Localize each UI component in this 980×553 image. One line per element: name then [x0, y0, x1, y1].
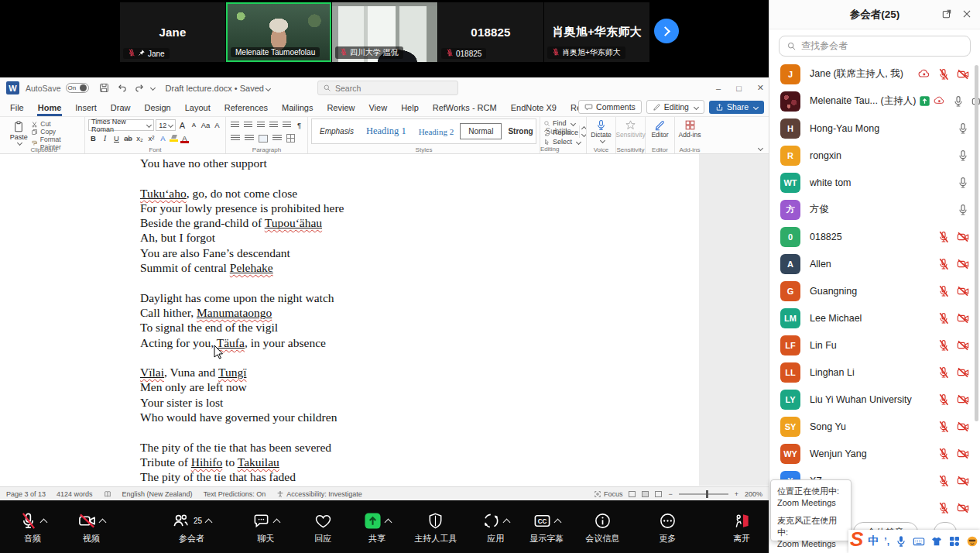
close-button[interactable]: ✕ — [757, 83, 764, 93]
video-tile-sichuan[interactable]: 四川大学 温侃 — [332, 2, 437, 62]
apps-button[interactable]: 应用 — [478, 511, 512, 544]
word-menu-tab[interactable]: Home — [31, 100, 69, 115]
ime-punctuation-toggle[interactable]: ’, — [884, 536, 889, 547]
word-menu-tab[interactable]: Help — [394, 100, 426, 115]
participant-row[interactable]: LL Linghan Li — [769, 359, 980, 386]
chevron-down-icon[interactable] — [266, 86, 271, 91]
participant-row[interactable]: 方 方俊 — [769, 196, 980, 223]
chevron-up-icon[interactable] — [502, 518, 510, 526]
host-tools-button[interactable]: 主持人工具 — [414, 511, 457, 544]
numbering-button[interactable] — [244, 122, 252, 129]
font-size-select[interactable]: 12 — [156, 119, 176, 131]
comments-button[interactable]: Comments — [578, 100, 642, 114]
redo-icon[interactable] — [134, 82, 146, 94]
underline-button[interactable]: U — [111, 134, 122, 143]
participant-row[interactable]: LF Lin Fu — [769, 331, 980, 359]
popout-icon[interactable] — [941, 9, 952, 19]
document-content[interactable]: You have no other support Tuku‘aho, go, … — [140, 156, 344, 486]
superscript-button[interactable]: x² — [146, 134, 156, 143]
leave-button[interactable]: 离开 — [725, 511, 759, 544]
participants-search-input[interactable]: 查找参会者 — [779, 36, 971, 57]
style-heading2[interactable]: Heading 2 — [413, 125, 461, 138]
change-case-button[interactable]: Aa — [200, 121, 211, 129]
maximize-button[interactable]: □ — [736, 84, 742, 93]
zoom-slider-thumb[interactable] — [706, 490, 708, 498]
collapse-ribbon-chevron[interactable] — [758, 146, 763, 151]
focus-button[interactable]: Focus — [594, 490, 623, 498]
word-menu-tab[interactable]: References — [218, 100, 275, 115]
video-button[interactable]: 视频 — [74, 511, 108, 544]
highlight-button[interactable] — [170, 135, 178, 142]
justify-button[interactable] — [259, 135, 268, 143]
word-menu-tab[interactable]: Insert — [68, 100, 104, 115]
word-menu-tab[interactable]: EndNote X9 — [504, 100, 564, 115]
participant-row[interactable]: G Guangning — [769, 277, 980, 304]
zoom-in-button[interactable]: + — [735, 490, 738, 498]
zoom-out-button[interactable]: − — [668, 490, 672, 498]
video-tile-jane[interactable]: Jane Jane — [120, 2, 225, 62]
editor-button[interactable]: Editor — [651, 131, 668, 139]
word-menu-tab[interactable]: Layout — [178, 100, 218, 115]
word-count[interactable]: 4124 words — [57, 490, 93, 498]
zoom-slider[interactable] — [679, 493, 728, 495]
find-button[interactable]: Find — [543, 118, 583, 128]
sensitivity-icon[interactable] — [625, 119, 636, 131]
chevron-up-icon[interactable] — [384, 518, 392, 526]
reactions-button[interactable]: 回应 — [306, 511, 340, 544]
cut-button[interactable]: Cut — [31, 120, 81, 128]
participant-row[interactable]: WT white tom — [769, 169, 980, 196]
chevron-up-icon[interactable] — [205, 518, 213, 526]
participant-row[interactable]: 0 018825 — [769, 223, 980, 250]
meeting-info-button[interactable]: 会议信息 — [585, 511, 619, 544]
multilevel-list-button[interactable] — [257, 122, 266, 129]
word-menu-tab[interactable]: View — [362, 100, 394, 115]
bullets-button[interactable] — [231, 122, 239, 129]
more-button[interactable]: 更多 — [650, 511, 684, 544]
autosave-toggle[interactable]: On — [66, 83, 89, 93]
video-tile-018825[interactable]: 018825 018825 — [438, 2, 543, 62]
borders-button[interactable] — [286, 134, 295, 143]
participant-row[interactable]: R rongxin — [769, 142, 980, 169]
addins-grid-icon[interactable] — [684, 119, 696, 131]
chevron-down-icon[interactable] — [150, 85, 156, 91]
text-predictions[interactable]: Text Predictions: On — [204, 490, 266, 498]
participant-row[interactable]: WY Wenjun Yang — [769, 440, 980, 467]
read-mode-button[interactable] — [629, 491, 636, 497]
word-menu-tab[interactable]: File — [3, 100, 31, 115]
align-center-button[interactable] — [245, 135, 254, 143]
accessibility-status[interactable]: Accessibility: Investigate — [276, 490, 362, 498]
video-tile-xiaoaoxu[interactable]: 肖奥旭+华东师大 肖奥旭+华东师大 — [544, 2, 649, 62]
chevron-up-icon[interactable] — [553, 518, 561, 526]
close-icon[interactable] — [961, 9, 972, 19]
chevron-up-icon[interactable] — [39, 518, 47, 526]
page-indicator[interactable]: Page 3 of 13 — [6, 490, 46, 498]
share-screen-button[interactable]: 共享 — [360, 511, 394, 544]
editor-pen-icon[interactable] — [654, 119, 666, 131]
sensitivity-button[interactable]: Sensitivity — [615, 131, 645, 139]
zoom-level[interactable]: 200% — [745, 490, 762, 498]
undo-icon[interactable] — [116, 82, 128, 94]
align-right-button[interactable] — [272, 135, 282, 143]
minimize-button[interactable]: – — [716, 84, 721, 93]
word-menu-tab[interactable]: RefWorks - RCM — [426, 100, 504, 115]
bold-button[interactable]: B — [88, 134, 98, 143]
copy-button[interactable]: Copy — [31, 128, 81, 136]
web-layout-button[interactable] — [655, 491, 662, 497]
strikethrough-button[interactable]: ab — [123, 134, 133, 143]
chevron-up-icon[interactable] — [272, 518, 280, 526]
word-menu-tab[interactable]: Mailings — [275, 100, 320, 115]
italic-button[interactable]: I — [100, 135, 110, 143]
font-color-button[interactable]: A — [180, 134, 190, 143]
word-menu-tab[interactable]: Review — [320, 100, 362, 115]
chat-button[interactable]: 聊天 — [248, 511, 283, 544]
participant-row[interactable]: J Jane (联席主持人, 我) — [769, 60, 980, 88]
increase-indent-button[interactable] — [283, 122, 291, 129]
style-normal-selected[interactable]: Normal — [460, 123, 502, 139]
style-heading1[interactable]: Heading 1 — [360, 124, 413, 139]
participant-row[interactable]: SY Song Yu — [769, 413, 980, 440]
text-effects-button[interactable]: A — [158, 134, 168, 143]
shrink-font-button[interactable]: A — [189, 122, 199, 129]
editing-mode-button[interactable]: Editing — [646, 100, 704, 114]
clear-formatting-button[interactable]: A — [212, 121, 222, 129]
dictate-mic-icon[interactable] — [595, 119, 607, 131]
